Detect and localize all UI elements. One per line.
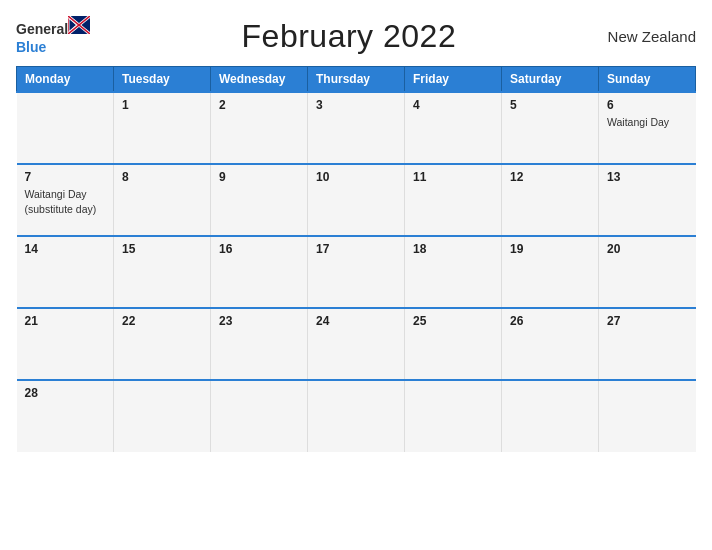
calendar-day-cell (308, 380, 405, 452)
weekday-header-row: MondayTuesdayWednesdayThursdayFridaySatu… (17, 67, 696, 93)
logo-flag-icon (68, 16, 90, 34)
day-number: 17 (316, 242, 396, 256)
calendar-day-cell: 18 (405, 236, 502, 308)
day-number: 15 (122, 242, 202, 256)
logo-general: General (16, 16, 90, 38)
day-number: 21 (25, 314, 106, 328)
calendar-day-cell: 14 (17, 236, 114, 308)
calendar-day-cell: 24 (308, 308, 405, 380)
weekday-header: Wednesday (211, 67, 308, 93)
day-number: 2 (219, 98, 299, 112)
day-number: 3 (316, 98, 396, 112)
weekday-header: Sunday (599, 67, 696, 93)
day-number: 28 (25, 386, 106, 400)
calendar-day-cell: 12 (502, 164, 599, 236)
calendar-week-row: 14151617181920 (17, 236, 696, 308)
day-number: 19 (510, 242, 590, 256)
day-number: 5 (510, 98, 590, 112)
calendar-page: General Blue February 2022 New Zealand (0, 0, 712, 550)
event-label: Waitangi Day (607, 116, 669, 128)
calendar-title: February 2022 (242, 18, 457, 55)
calendar-day-cell: 1 (114, 92, 211, 164)
calendar-day-cell: 2 (211, 92, 308, 164)
calendar-day-cell (114, 380, 211, 452)
event-label: Waitangi Day (25, 188, 87, 200)
weekday-header: Saturday (502, 67, 599, 93)
event-label: (substitute day) (25, 203, 97, 215)
day-number: 9 (219, 170, 299, 184)
logo-general-text: General (16, 21, 68, 37)
calendar-week-row: 7Waitangi Day(substitute day)8910111213 (17, 164, 696, 236)
weekday-header: Tuesday (114, 67, 211, 93)
day-number: 20 (607, 242, 688, 256)
calendar-day-cell (502, 380, 599, 452)
calendar-day-cell: 4 (405, 92, 502, 164)
day-number: 12 (510, 170, 590, 184)
day-number: 24 (316, 314, 396, 328)
calendar-table: MondayTuesdayWednesdayThursdayFridaySatu… (16, 66, 696, 452)
calendar-day-cell: 22 (114, 308, 211, 380)
calendar-day-cell: 3 (308, 92, 405, 164)
logo-text: General Blue (16, 16, 90, 56)
calendar-day-cell (211, 380, 308, 452)
calendar-day-cell: 6Waitangi Day (599, 92, 696, 164)
calendar-week-row: 21222324252627 (17, 308, 696, 380)
calendar-day-cell: 13 (599, 164, 696, 236)
day-number: 18 (413, 242, 493, 256)
calendar-day-cell (17, 92, 114, 164)
weekday-header: Thursday (308, 67, 405, 93)
day-number: 26 (510, 314, 590, 328)
calendar-day-cell (405, 380, 502, 452)
calendar-day-cell: 23 (211, 308, 308, 380)
calendar-day-cell: 20 (599, 236, 696, 308)
day-number: 7 (25, 170, 106, 184)
logo-blue-text: Blue (16, 38, 90, 56)
calendar-day-cell: 25 (405, 308, 502, 380)
calendar-day-cell: 10 (308, 164, 405, 236)
day-number: 23 (219, 314, 299, 328)
calendar-day-cell: 7Waitangi Day(substitute day) (17, 164, 114, 236)
calendar-week-row: 123456Waitangi Day (17, 92, 696, 164)
calendar-day-cell: 21 (17, 308, 114, 380)
day-number: 10 (316, 170, 396, 184)
calendar-day-cell: 8 (114, 164, 211, 236)
calendar-day-cell: 15 (114, 236, 211, 308)
day-events: Waitangi Day (607, 115, 688, 130)
day-number: 22 (122, 314, 202, 328)
logo-blue: Blue (16, 39, 46, 55)
day-number: 6 (607, 98, 688, 112)
calendar-day-cell: 9 (211, 164, 308, 236)
calendar-day-cell: 26 (502, 308, 599, 380)
day-number: 4 (413, 98, 493, 112)
day-number: 11 (413, 170, 493, 184)
calendar-day-cell: 11 (405, 164, 502, 236)
weekday-header: Friday (405, 67, 502, 93)
day-number: 27 (607, 314, 688, 328)
day-number: 16 (219, 242, 299, 256)
calendar-day-cell: 5 (502, 92, 599, 164)
logo: General Blue (16, 16, 90, 56)
day-number: 1 (122, 98, 202, 112)
calendar-day-cell: 16 (211, 236, 308, 308)
weekday-header: Monday (17, 67, 114, 93)
day-number: 14 (25, 242, 106, 256)
calendar-day-cell: 27 (599, 308, 696, 380)
calendar-day-cell: 19 (502, 236, 599, 308)
calendar-day-cell: 28 (17, 380, 114, 452)
calendar-day-cell (599, 380, 696, 452)
calendar-week-row: 28 (17, 380, 696, 452)
country-label: New Zealand (608, 28, 696, 45)
calendar-day-cell: 17 (308, 236, 405, 308)
calendar-header: General Blue February 2022 New Zealand (16, 16, 696, 56)
day-number: 25 (413, 314, 493, 328)
day-number: 13 (607, 170, 688, 184)
day-number: 8 (122, 170, 202, 184)
day-events: Waitangi Day(substitute day) (25, 187, 106, 216)
